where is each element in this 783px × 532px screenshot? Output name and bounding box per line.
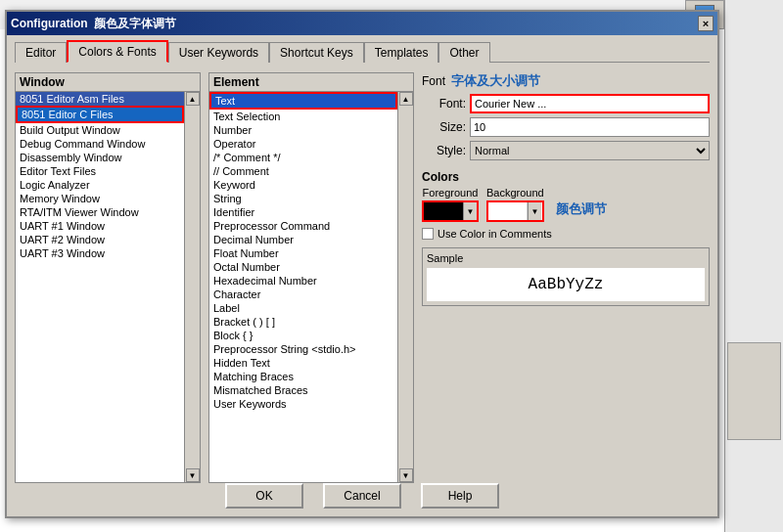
configuration-dialog: Configuration 颜色及字体调节 × Editor Colors & … [5, 10, 719, 518]
element-list: TextText SelectionNumberOperator/* Comme… [209, 92, 397, 482]
window-list-item[interactable]: UART #1 Window [16, 219, 184, 233]
background-col: Background ▼ [486, 187, 544, 222]
element-list-item[interactable]: Bracket ( ) [ ] [209, 315, 397, 329]
element-scrollbar[interactable]: ▲ ▼ [397, 92, 413, 482]
element-scroll-track [399, 106, 413, 468]
element-list-item[interactable]: Octal Number [209, 260, 397, 274]
element-list-item[interactable]: User Keywords [209, 397, 397, 411]
element-list-item[interactable]: Keyword [209, 178, 397, 192]
window-list-item[interactable]: 8051 Editor C Files [16, 106, 184, 123]
window-list: 8051 Editor Asm Files8051 Editor C Files… [16, 92, 184, 482]
window-list-item[interactable]: Debug Command Window [16, 137, 184, 151]
window-list-container: 8051 Editor Asm Files8051 Editor C Files… [16, 92, 200, 482]
font-label-static: Font [422, 74, 445, 88]
element-list-item[interactable]: String [209, 192, 397, 205]
colors-row: Foreground ▼ Background ▼ [422, 187, 710, 222]
font-field-row: Font: Courier New ... [422, 94, 710, 113]
foreground-col: Foreground ▼ [422, 187, 479, 222]
use-color-label: Use Color in Comments [438, 228, 552, 240]
element-list-item[interactable]: Character [209, 288, 397, 301]
size-field-row: Size: 10 [422, 117, 710, 137]
background-dropdown[interactable]: ▼ [528, 202, 541, 220]
element-list-item[interactable]: Hexadecimal Number [209, 274, 397, 288]
element-list-item[interactable]: Matching Braces [209, 370, 397, 383]
colors-section: Colors Foreground ▼ Background ▼ [422, 170, 710, 240]
element-list-item[interactable]: Text Selection [209, 110, 397, 123]
element-list-item[interactable]: Decimal Number [209, 233, 397, 246]
window-list-item[interactable]: Disassembly Window [16, 151, 184, 164]
window-list-item[interactable]: 8051 Editor Asm Files [16, 92, 184, 106]
sample-text: AaBbYyZz [427, 268, 705, 301]
foreground-dropdown[interactable]: ▼ [463, 202, 477, 220]
content-area: Window 8051 Editor Asm Files8051 Editor … [7, 65, 717, 491]
element-list-item[interactable]: Identifier [209, 205, 397, 219]
title-bar-left: Configuration 颜色及字体调节 [11, 16, 176, 32]
element-list-item[interactable]: /* Comment */ [209, 151, 397, 164]
element-list-item[interactable]: Mismatched Braces [209, 383, 397, 397]
element-list-item[interactable]: Label [209, 301, 397, 315]
window-list-item[interactable]: Build Output Window [16, 123, 184, 137]
font-input[interactable]: Courier New ... [470, 94, 710, 113]
style-label: Style: [422, 144, 466, 157]
window-scrollbar[interactable]: ▲ ▼ [184, 92, 200, 482]
close-button[interactable]: × [698, 16, 714, 31]
tab-shortcut-keys[interactable]: Shortcut Keys [269, 42, 364, 63]
window-panel-header: Window [16, 73, 200, 92]
cancel-button[interactable]: Cancel [323, 483, 401, 509]
foreground-picker[interactable]: ▼ [422, 200, 479, 222]
dialog-title: Configuration [11, 17, 88, 30]
tab-templates[interactable]: Templates [364, 42, 439, 63]
element-list-item[interactable]: Number [209, 123, 397, 137]
window-list-item[interactable]: UART #2 Window [16, 233, 184, 246]
window-list-item[interactable]: Logic Analyzer [16, 178, 184, 192]
element-scroll-down[interactable]: ▼ [399, 468, 413, 482]
element-list-item[interactable]: Block { } [209, 329, 397, 342]
dialog-title-chinese: 颜色及字体调节 [94, 16, 176, 32]
window-list-item[interactable]: RTA/ITM Viewer Window [16, 205, 184, 219]
window-list-item[interactable]: Editor Text Files [16, 164, 184, 178]
window-scroll-down[interactable]: ▼ [186, 468, 200, 482]
element-list-item[interactable]: Float Number [209, 246, 397, 260]
size-label: Size: [422, 120, 466, 134]
element-list-item[interactable]: Text [209, 92, 397, 110]
background-right-panel [724, 0, 783, 532]
tab-bar: Editor Colors & Fonts User Keywords Shor… [7, 35, 717, 62]
font-section-title: 字体及大小调节 [451, 72, 540, 90]
element-list-item[interactable]: // Comment [209, 164, 397, 178]
background-swatch [488, 202, 528, 220]
window-list-item[interactable]: UART #3 Window [16, 246, 184, 260]
font-label: Font: [422, 97, 466, 111]
background-label: Background [486, 187, 544, 199]
background-small-panel [727, 342, 781, 440]
colors-annotation: 颜色调节 [556, 200, 607, 218]
bottom-bar: OK Cancel Help [7, 483, 717, 509]
help-button[interactable]: Help [421, 483, 499, 509]
use-color-checkbox[interactable] [422, 228, 434, 240]
element-panel-header: Element [209, 73, 413, 92]
sample-section: Sample AaBbYyZz [422, 247, 710, 306]
tab-other[interactable]: Other [438, 42, 489, 63]
sample-title: Sample [427, 252, 705, 264]
element-scroll-up[interactable]: ▲ [399, 92, 413, 106]
font-section-header: Font 字体及大小调节 [422, 72, 710, 90]
colors-title: Colors [422, 170, 710, 184]
window-list-item[interactable]: Memory Window [16, 192, 184, 205]
foreground-label: Foreground [422, 187, 479, 199]
tab-user-keywords[interactable]: User Keywords [168, 42, 269, 63]
ok-button[interactable]: OK [225, 483, 303, 509]
style-field-row: Style: Normal Bold Italic Bold Italic [422, 141, 710, 160]
title-bar: Configuration 颜色及字体调节 × [7, 12, 717, 35]
size-input[interactable]: 10 [470, 117, 710, 137]
window-scroll-track [186, 106, 200, 468]
foreground-swatch [424, 202, 463, 220]
tab-colors-fonts[interactable]: Colors & Fonts [67, 40, 167, 63]
element-list-item[interactable]: Preprocessor Command [209, 219, 397, 233]
font-colors-panel: Font 字体及大小调节 Font: Courier New ... Size:… [422, 72, 710, 483]
element-list-item[interactable]: Operator [209, 137, 397, 151]
element-list-item[interactable]: Preprocessor String <stdio.h> [209, 342, 397, 356]
tab-editor[interactable]: Editor [15, 42, 67, 63]
element-list-item[interactable]: Hidden Text [209, 356, 397, 370]
style-select[interactable]: Normal Bold Italic Bold Italic [470, 141, 710, 160]
background-picker[interactable]: ▼ [486, 200, 544, 222]
window-scroll-up[interactable]: ▲ [186, 92, 200, 106]
